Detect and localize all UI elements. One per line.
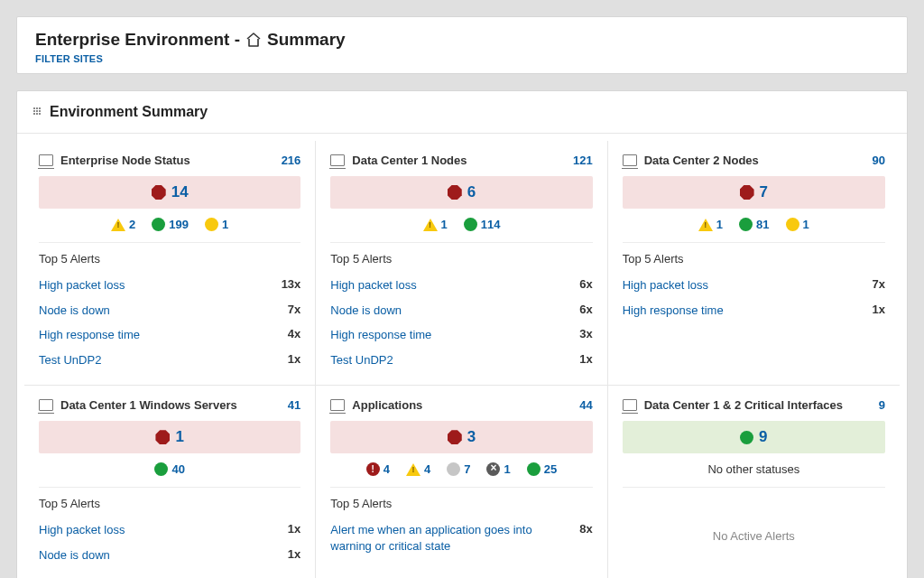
alert-link[interactable]: High packet loss bbox=[623, 277, 708, 294]
primary-status-count: 6 bbox=[467, 183, 476, 201]
up-circle-icon bbox=[739, 218, 753, 231]
status-value: 40 bbox=[171, 462, 184, 476]
summary-card: Enterprise Node Status2161421991Top 5 Al… bbox=[24, 141, 316, 386]
status-row: 1114 bbox=[330, 218, 592, 243]
status-item[interactable]: 4 bbox=[406, 462, 430, 476]
alert-row: High packet loss6x bbox=[330, 273, 592, 298]
status-value: 4 bbox=[424, 462, 430, 476]
primary-status-bar[interactable]: 1 bbox=[39, 421, 300, 453]
card-total-link[interactable]: 44 bbox=[579, 398, 592, 412]
primary-status-bar[interactable]: 14 bbox=[39, 176, 300, 209]
status-value: 2 bbox=[129, 218, 135, 231]
status-item[interactable]: 1 bbox=[486, 462, 510, 476]
card-header: Data Center 1 Windows Servers41 bbox=[39, 398, 300, 412]
no-other-statuses: No other statuses bbox=[623, 462, 885, 488]
alert-row: High packet loss1x bbox=[39, 517, 300, 543]
alert-link[interactable]: High response time bbox=[330, 327, 431, 343]
status-item[interactable]: 2 bbox=[111, 218, 135, 231]
primary-status-bar[interactable]: 6 bbox=[330, 176, 592, 209]
primary-status-count: 9 bbox=[759, 428, 767, 446]
alert-link[interactable]: High packet loss bbox=[39, 522, 125, 538]
status-item[interactable]: 40 bbox=[154, 462, 184, 476]
drag-handle-icon[interactable] bbox=[33, 107, 42, 117]
status-item[interactable]: 81 bbox=[739, 218, 769, 231]
status-item[interactable]: 1 bbox=[423, 218, 448, 231]
status-item[interactable]: 1 bbox=[698, 218, 723, 231]
primary-status-bar[interactable]: 7 bbox=[623, 176, 885, 209]
summary-card: Data Center 2 Nodes9071811Top 5 AlertsHi… bbox=[608, 141, 900, 386]
card-total-link[interactable]: 90 bbox=[873, 154, 885, 167]
unreachable-circle-icon bbox=[486, 462, 500, 476]
alert-row: Alert me when an application goes into w… bbox=[330, 517, 592, 558]
alert-link[interactable]: High packet loss bbox=[330, 277, 416, 294]
status-value: 7 bbox=[464, 462, 470, 476]
summary-card: Data Center 1 & 2 Critical Interfaces99N… bbox=[608, 386, 900, 578]
alert-row: High response time4x bbox=[39, 322, 300, 348]
filter-sites-link[interactable]: FILTER SITES bbox=[35, 53, 889, 64]
alert-row: High packet loss7x bbox=[623, 273, 885, 298]
primary-status-count: 14 bbox=[171, 183, 189, 201]
card-total-link[interactable]: 41 bbox=[288, 398, 300, 412]
status-item[interactable]: 114 bbox=[464, 218, 501, 231]
primary-status-bar[interactable]: 9 bbox=[623, 421, 885, 453]
alert-count: 8x bbox=[579, 522, 592, 536]
summary-card: Data Center 1 Windows Servers41140Top 5 … bbox=[24, 386, 316, 578]
status-row: 40 bbox=[39, 462, 300, 488]
top-alerts-heading: Top 5 Alerts bbox=[39, 497, 300, 510]
warning-triangle-icon bbox=[406, 463, 420, 476]
status-item[interactable]: 4 bbox=[366, 462, 390, 476]
status-item[interactable]: 1 bbox=[786, 218, 809, 231]
alert-link[interactable]: Alert me when an application goes into w… bbox=[330, 522, 570, 554]
critical-octagon-icon bbox=[155, 430, 170, 444]
primary-status-count: 3 bbox=[467, 428, 476, 446]
summary-title: Environment Summary bbox=[50, 104, 208, 120]
status-row: 1811 bbox=[623, 218, 885, 243]
alert-link[interactable]: Test UnDP2 bbox=[330, 352, 393, 368]
card-header: Data Center 1 Nodes121 bbox=[330, 154, 592, 167]
alert-link[interactable]: Node is down bbox=[39, 547, 110, 564]
card-total-link[interactable]: 9 bbox=[879, 398, 885, 412]
alert-count: 7x bbox=[288, 303, 300, 316]
card-header: Enterprise Node Status216 bbox=[39, 154, 300, 167]
alert-link[interactable]: Node is down bbox=[330, 303, 402, 319]
card-total-link[interactable]: 216 bbox=[282, 154, 301, 167]
alert-count: 4x bbox=[288, 327, 300, 340]
card-title: Enterprise Node Status bbox=[60, 154, 190, 167]
status-value: 1 bbox=[716, 218, 723, 231]
device-icon bbox=[623, 399, 637, 411]
alert-count: 1x bbox=[288, 522, 300, 536]
status-item[interactable]: 199 bbox=[152, 218, 189, 231]
alert-link[interactable]: Node is down bbox=[39, 303, 110, 319]
top-alerts-heading: Top 5 Alerts bbox=[330, 497, 592, 510]
status-item[interactable]: 1 bbox=[205, 218, 228, 231]
card-title: Applications bbox=[352, 398, 422, 412]
summary-header: Environment Summary bbox=[17, 91, 907, 134]
warning-triangle-icon bbox=[698, 219, 713, 231]
status-item[interactable]: 25 bbox=[527, 462, 557, 476]
alert-row: High response time1x bbox=[623, 298, 885, 323]
status-value: 81 bbox=[756, 218, 769, 231]
environment-summary-panel: Environment Summary Enterprise Node Stat… bbox=[16, 90, 908, 578]
card-header: Data Center 1 & 2 Critical Interfaces9 bbox=[623, 398, 885, 412]
critical-octagon-icon bbox=[740, 185, 754, 200]
alert-row: Node is down7x bbox=[39, 298, 300, 323]
status-value: 4 bbox=[383, 462, 390, 476]
card-title: Data Center 1 Nodes bbox=[352, 154, 467, 167]
page-title-prefix: Enterprise Environment - bbox=[35, 30, 240, 50]
alert-link[interactable]: Test UnDP2 bbox=[39, 352, 101, 368]
summary-card: Data Center 1 Nodes12161114Top 5 AlertsH… bbox=[316, 141, 607, 386]
alert-count: 13x bbox=[282, 277, 301, 291]
card-total-link[interactable]: 121 bbox=[573, 154, 593, 167]
page-title-suffix: Summary bbox=[267, 30, 346, 50]
device-icon bbox=[623, 154, 637, 166]
alert-row: Test UnDP21x bbox=[39, 348, 300, 373]
alert-link[interactable]: High response time bbox=[623, 303, 724, 319]
primary-status-bar[interactable]: 3 bbox=[330, 421, 592, 453]
alert-row: Node is down1x bbox=[39, 543, 300, 568]
alert-count: 1x bbox=[873, 303, 885, 316]
alert-link[interactable]: High response time bbox=[39, 327, 140, 343]
alert-link[interactable]: High packet loss bbox=[39, 277, 125, 294]
primary-status-count: 1 bbox=[175, 428, 183, 446]
alert-row: Test UnDP21x bbox=[330, 348, 592, 373]
status-item[interactable]: 7 bbox=[447, 462, 470, 476]
